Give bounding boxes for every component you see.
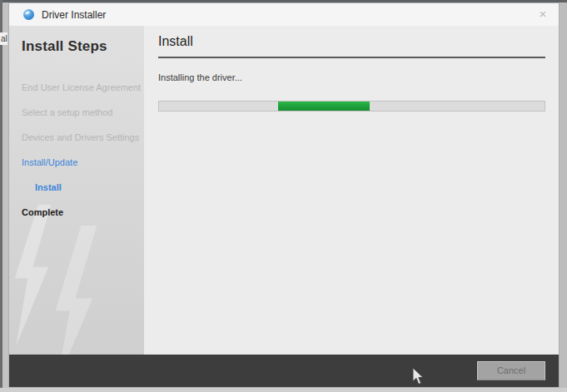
background-strip-bottom bbox=[0, 388, 567, 392]
cancel-button[interactable]: Cancel bbox=[477, 361, 545, 380]
screenshot-stage: al Driver Installer × Install Steps End … bbox=[0, 0, 567, 392]
driver-installer-window: Driver Installer × Install Steps End Use… bbox=[8, 2, 560, 388]
step-devices-drivers: Devices and Drivers Settings bbox=[9, 131, 144, 156]
mouse-cursor-icon bbox=[412, 368, 425, 390]
background-strip-right bbox=[560, 2, 567, 388]
app-icon bbox=[23, 9, 34, 20]
step-install-update: Install/Update bbox=[9, 156, 144, 181]
main-panel: Install Installing the driver... bbox=[144, 26, 559, 355]
step-eula: End User License Agreement bbox=[9, 82, 144, 107]
step-complete: Complete bbox=[9, 206, 144, 231]
sidebar-heading: Install Steps bbox=[9, 26, 144, 55]
step-setup-method: Select a setup method bbox=[9, 107, 144, 131]
step-install-current: Install bbox=[9, 181, 144, 206]
background-text-fragment: al bbox=[0, 32, 7, 45]
title-bar[interactable]: Driver Installer × bbox=[9, 3, 559, 26]
step-list: End User License Agreement Select a setu… bbox=[9, 82, 144, 231]
window-title: Driver Installer bbox=[42, 9, 106, 21]
install-steps-sidebar: Install Steps End User License Agreement… bbox=[9, 26, 144, 355]
background-window-strip-left bbox=[2, 2, 8, 392]
heading-divider bbox=[158, 57, 545, 58]
footer-bar: Cancel bbox=[9, 355, 559, 387]
close-icon[interactable]: × bbox=[535, 7, 550, 22]
lightning-watermark-icon bbox=[52, 226, 124, 355]
progress-segment bbox=[278, 102, 370, 111]
install-progress-bar bbox=[158, 101, 545, 112]
install-status-text: Installing the driver... bbox=[158, 72, 545, 82]
page-title: Install bbox=[158, 34, 545, 49]
dialog-body: Install Steps End User License Agreement… bbox=[9, 26, 559, 355]
